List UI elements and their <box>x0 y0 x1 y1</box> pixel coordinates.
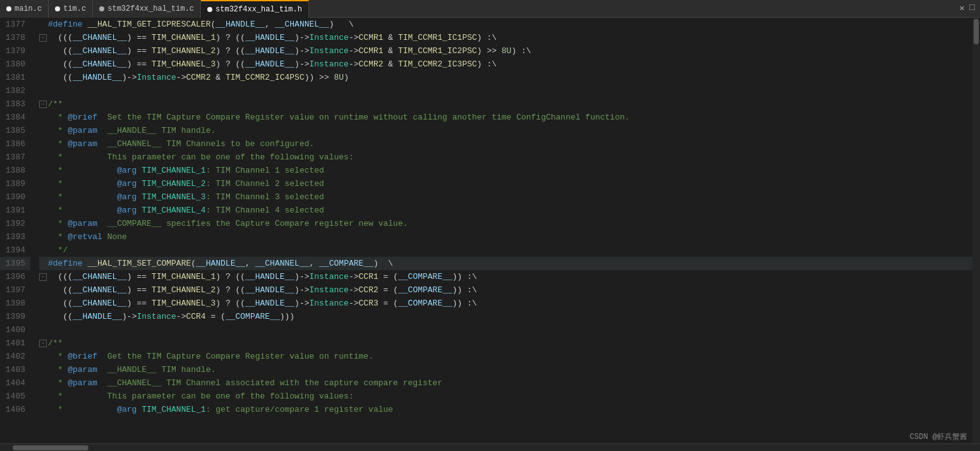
table-row: #define __HAL_TIM_GET_ICPRESCALER(__HAND… <box>39 18 972 31</box>
horizontal-scrollbar[interactable] <box>0 443 980 451</box>
table-row: * @param __CHANNEL__ TIM Channel associa… <box>39 376 972 390</box>
table-row: * @param __COMPARE__ specifies the Captu… <box>39 217 972 230</box>
table-row: -/** <box>39 97 972 111</box>
tab-icon-main-c <box>6 6 11 11</box>
close-icon[interactable]: ✕ <box>959 3 964 13</box>
table-row: * @param __HANDLE__ TIM handle. <box>39 124 972 137</box>
table-row <box>39 84 972 97</box>
table-row: * @brief Set the TIM Capture Compare Reg… <box>39 111 972 124</box>
tab-main-c[interactable]: main.c <box>0 0 49 18</box>
table-row: -/** <box>39 337 972 350</box>
fold-button[interactable]: - <box>39 34 47 42</box>
watermark: CSDN @虾兵蟹酱 <box>910 431 967 442</box>
table-row: ((__HANDLE__)->Instance->CCMR2 & TIM_CCM… <box>39 71 972 84</box>
table-row <box>39 323 972 337</box>
table-row: * @arg TIM_CHANNEL_3: TIM Channel 3 sele… <box>39 190 972 204</box>
fold-button[interactable]: - <box>39 340 47 347</box>
table-row: ((__CHANNEL__) == TIM_CHANNEL_2) ? ((__H… <box>39 283 972 297</box>
restore-icon[interactable]: □ <box>970 3 975 13</box>
tab-label-stm32-c: stm32f4xx_hal_tim.c <box>107 4 194 13</box>
code-content[interactable]: #define __HAL_TIM_GET_ICPRESCALER(__HAND… <box>35 18 972 443</box>
table-row: * This parameter can be one of the follo… <box>39 390 972 403</box>
table-row: ((__CHANNEL__) == TIM_CHANNEL_3) ? ((__H… <box>39 297 972 310</box>
scrollbar-v-thumb[interactable] <box>974 19 979 44</box>
scrollbar-h-thumb[interactable] <box>13 445 88 450</box>
tab-bar-controls: ✕ □ <box>959 3 975 13</box>
vertical-scrollbar[interactable] <box>972 18 980 443</box>
table-row: ((__CHANNEL__) == TIM_CHANNEL_2) ? ((__H… <box>39 44 972 58</box>
fold-button[interactable]: - <box>39 273 47 281</box>
table-row: ((__CHANNEL__) == TIM_CHANNEL_3) ? ((__H… <box>39 58 972 71</box>
table-row: ((__HANDLE__)->Instance->CCR4 = (__COMPA… <box>39 310 972 323</box>
tab-icon-stm32-h <box>207 7 212 12</box>
table-row: - (((__CHANNEL__) == TIM_CHANNEL_1) ? ((… <box>39 270 972 283</box>
tab-label-main-c: main.c <box>15 4 42 13</box>
tab-tim-c[interactable]: tim.c <box>49 0 93 18</box>
code-wrapper: 1377137813791380138113821383138413851386… <box>0 18 980 443</box>
tab-stm32-h[interactable]: stm32f4xx_hal_tim.h <box>201 0 309 18</box>
tab-bar: main.c tim.c stm32f4xx_hal_tim.c stm32f4… <box>0 0 980 18</box>
fold-button[interactable]: - <box>39 101 47 108</box>
table-row: * @arg TIM_CHANNEL_4: TIM Channel 4 sele… <box>39 204 972 217</box>
table-row: ►#define __HAL_TIM_SET_COMPARE(__HANDLE_… <box>39 257 972 270</box>
table-row: */ <box>39 244 972 257</box>
tab-label-stm32-h: stm32f4xx_hal_tim.h <box>215 5 302 14</box>
table-row: * @retval None <box>39 230 972 244</box>
line-numbers: 1377137813791380138113821383138413851386… <box>0 18 35 443</box>
code-area: 1377137813791380138113821383138413851386… <box>0 18 972 443</box>
table-row: * @arg TIM_CHANNEL_2: TIM Channel 2 sele… <box>39 177 972 190</box>
tab-label-tim-c: tim.c <box>63 4 86 13</box>
table-row: * @arg TIM_CHANNEL_1: TIM Channel 1 sele… <box>39 164 972 177</box>
tab-icon-tim-c <box>55 6 60 11</box>
table-row: * @param __HANDLE__ TIM handle. <box>39 363 972 376</box>
table-row: * This parameter can be one of the follo… <box>39 151 972 164</box>
table-row: * @arg TIM_CHANNEL_1: get capture/compar… <box>39 403 972 416</box>
table-row: - (((__CHANNEL__) == TIM_CHANNEL_1) ? ((… <box>39 31 972 44</box>
tab-stm32-c[interactable]: stm32f4xx_hal_tim.c <box>93 0 201 18</box>
editor-container: main.c tim.c stm32f4xx_hal_tim.c stm32f4… <box>0 0 980 451</box>
table-row: * @param __CHANNEL__ TIM Channels to be … <box>39 137 972 151</box>
tab-icon-stm32-c <box>99 6 104 11</box>
table-row: * @brief Get the TIM Capture Compare Reg… <box>39 350 972 363</box>
